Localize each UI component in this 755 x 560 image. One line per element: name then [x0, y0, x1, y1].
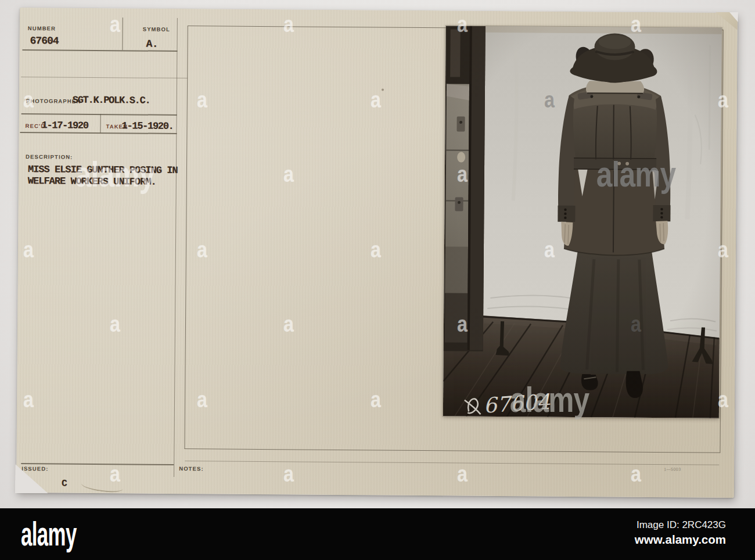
photograph: 67604 [443, 26, 722, 418]
photo-record-card: NUMBER 67604 SYMBOL A. PHOTOGRAPHER SGT.… [16, 8, 738, 498]
stain-speck [382, 89, 384, 91]
rule-under-photographer [21, 113, 177, 115]
left-column-divider [174, 18, 178, 477]
alamy-url: www.alamy.com [635, 533, 726, 547]
notes-label: NOTES: [179, 465, 204, 472]
number-label: NUMBER [28, 25, 56, 31]
rule-bottom-right [185, 461, 719, 465]
alamy-logo: alamy [21, 512, 77, 555]
issued-label: ISSUED: [21, 465, 48, 472]
rule-above-issued [21, 463, 174, 465]
issued-value: C [62, 479, 67, 489]
rule-under-dates [20, 132, 177, 134]
scanned-archive-image: NUMBER 67604 SYMBOL A. PHOTOGRAPHER SGT.… [0, 0, 755, 560]
form-number: 1—5003 [664, 467, 681, 471]
divider-recd-taken [100, 114, 100, 133]
symbol-label: SYMBOL [143, 26, 170, 33]
photographer-value: SGT.K.POLK.S.C. [73, 95, 150, 106]
rule-blank-row [21, 77, 188, 78]
symbol-value: A. [146, 38, 158, 50]
alamy-footer-bar: alamy Image ID: 2RC423G www.alamy.com [0, 508, 755, 560]
description-line-1: MISS ELSIE GUNTHER POSING IN [28, 164, 178, 176]
number-value: 67604 [30, 35, 59, 46]
image-id-text: Image ID: 2RC423G [635, 519, 726, 531]
photo-artwork: 67604 [443, 26, 722, 418]
description-line-2: WELFARE WORKERS UNIFORM. [28, 175, 156, 188]
divider-number-symbol [122, 17, 123, 50]
taken-value: 1-15-1920. [121, 120, 173, 132]
description-label: DESCRIPTION: [26, 153, 73, 160]
crease-line [81, 478, 124, 494]
footer-info: Image ID: 2RC423G www.alamy.com [635, 519, 726, 547]
received-value: 1-17-1920 [41, 120, 88, 131]
